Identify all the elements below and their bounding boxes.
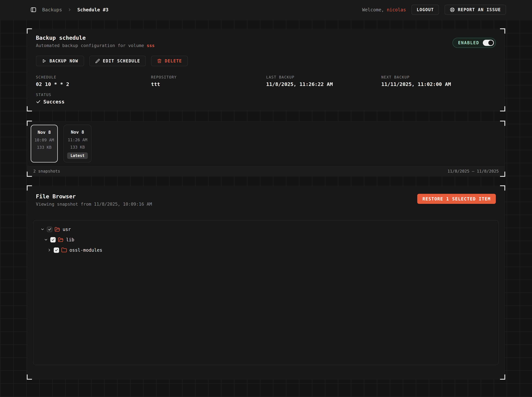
latest-badge: Latest [67, 152, 88, 159]
status-value: Success [36, 99, 65, 105]
welcome-text: Welcome, nicolas [362, 7, 406, 12]
snapshot-list: Nov 8 10:09 AM 133 KB Nov 8 11:26 AM 133… [31, 125, 92, 162]
corner-bracket [500, 172, 505, 177]
toggle-switch[interactable] [483, 40, 494, 46]
corner-bracket [27, 106, 32, 112]
tree-row-ossl-modules[interactable]: ossl-modules [33, 245, 498, 255]
corner-bracket [500, 374, 505, 380]
logout-button[interactable]: LOGOUT [412, 5, 439, 15]
snapshot-card-selected[interactable]: Nov 8 10:09 AM 133 KB [31, 125, 58, 162]
corner-bracket [27, 28, 32, 34]
app-root: Backups Schedule #3 Welcome, nicolas LOG… [0, 0, 532, 397]
backup-schedule-card: Backup schedule Automated backup configu… [27, 29, 505, 111]
chevron-down-icon[interactable] [40, 227, 45, 231]
delete-button[interactable]: DELETE [151, 56, 188, 66]
snapshot-date-range: 11/8/2025 – 11/8/2025 [447, 169, 499, 174]
corner-bracket [500, 121, 505, 126]
card-subtitle: Automated backup configuration for volum… [36, 43, 155, 48]
play-icon [42, 59, 47, 63]
tree-label[interactable]: ossl-modules [70, 248, 102, 253]
corner-bracket [500, 28, 505, 34]
tree-row-usr[interactable]: usr [33, 224, 498, 235]
top-bar: Backups Schedule #3 Welcome, nicolas LOG… [0, 0, 532, 20]
life-buoy-icon [450, 7, 455, 12]
folder-open-icon [54, 226, 60, 232]
checkbox-ossl-modules[interactable] [54, 248, 59, 253]
breadcrumb-section[interactable]: Backups [42, 7, 62, 12]
sidebar-toggle-icon[interactable] [30, 6, 37, 13]
file-tree: usr lib [33, 220, 499, 365]
report-issue-button[interactable]: REPORT AN ISSUE [444, 5, 506, 15]
backup-now-button[interactable]: BACKUP NOW [36, 56, 84, 66]
breadcrumb: Backups Schedule #3 [0, 6, 108, 13]
snapshots-footer: 2 snapshots 11/8/2025 – 11/8/2025 [27, 166, 505, 176]
enabled-label: ENABLED [458, 40, 479, 45]
folder-open-icon [58, 237, 64, 243]
field-status: STATUS Success [36, 93, 65, 105]
card-title: Backup schedule [36, 35, 86, 41]
tree-label[interactable]: usr [63, 227, 71, 232]
chevron-right-icon[interactable] [47, 248, 51, 252]
edit-schedule-button[interactable]: EDIT SCHEDULE [89, 56, 146, 66]
tree-row-lib[interactable]: lib [33, 235, 498, 245]
field-schedule: SCHEDULE 02 10 * * 2 [36, 75, 151, 87]
file-browser-card: File Browser Viewing snapshot from 11/8/… [27, 186, 505, 379]
trash-icon [157, 59, 162, 63]
file-browser-title: File Browser [36, 193, 76, 200]
corner-bracket [27, 172, 32, 177]
field-next-backup: NEXT BACKUP 11/11/2025, 11:02:00 AM [381, 75, 497, 87]
toggle-knob [488, 40, 493, 45]
folder-icon [61, 247, 67, 253]
snapshot-card[interactable]: Nov 8 11:26 AM 133 KB Latest [63, 125, 92, 162]
snapshot-count: 2 snapshots [33, 169, 60, 174]
corner-bracket [27, 185, 32, 191]
header-actions: Welcome, nicolas LOGOUT REPORT AN ISSUE [362, 5, 532, 15]
corner-bracket [500, 106, 505, 112]
username: nicolas [387, 7, 406, 12]
checkbox-usr[interactable] [47, 227, 52, 232]
corner-bracket [27, 121, 32, 126]
breadcrumb-page: Schedule #3 [77, 7, 108, 12]
volume-name: sss [147, 43, 155, 48]
pencil-icon [95, 59, 100, 63]
check-icon [36, 99, 41, 104]
chevron-right-icon [68, 8, 72, 12]
schedule-fields: SCHEDULE 02 10 * * 2 REPOSITORY ttt LAST… [36, 75, 496, 87]
field-repository: REPOSITORY ttt [151, 75, 266, 87]
checkbox-lib[interactable] [50, 237, 56, 242]
schedule-actions: BACKUP NOW EDIT SCHEDULE DELETE [36, 56, 188, 66]
tree-label[interactable]: lib [66, 237, 74, 242]
chevron-down-icon[interactable] [44, 238, 48, 242]
field-last-backup: LAST BACKUP 11/8/2025, 11:26:22 AM [266, 75, 381, 87]
snapshots-timeline: Nov 8 10:09 AM 133 KB Nov 8 11:26 AM 133… [27, 121, 505, 176]
enabled-toggle[interactable]: ENABLED [452, 38, 496, 48]
corner-bracket [27, 374, 32, 380]
corner-bracket [500, 185, 505, 191]
restore-selected-button[interactable]: RESTORE 1 SELECTED ITEM [417, 194, 496, 204]
file-browser-subtitle: Viewing snapshot from 11/8/2025, 10:09:1… [36, 202, 152, 207]
